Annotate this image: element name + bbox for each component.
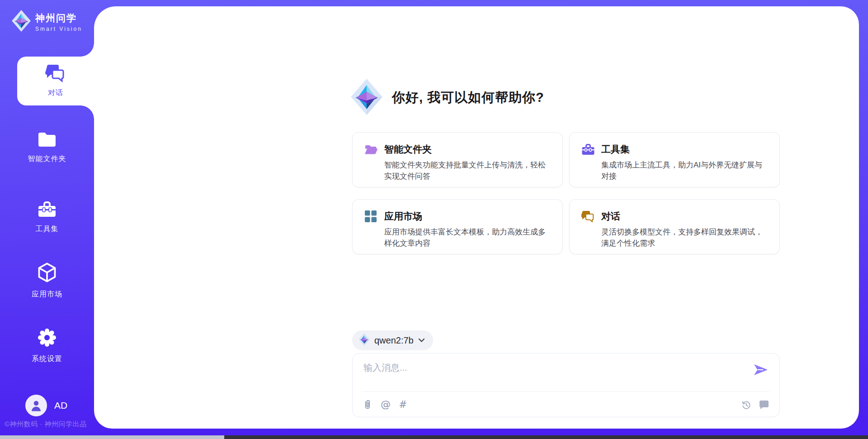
model-name: qwen2:7b (374, 335, 414, 346)
toolbox-icon (38, 200, 57, 220)
card-title: 应用市场 (384, 210, 551, 223)
sidebar-item-settings[interactable]: 系统设置 (0, 328, 94, 364)
sidebar-item-label: 系统设置 (32, 354, 62, 364)
brand-name: 神州问学 (35, 12, 82, 24)
chat-bubbles-icon (45, 65, 66, 85)
composer-divider (363, 391, 769, 392)
brand-subtitle: Smart Vision (35, 26, 82, 32)
sidebar-item-chat[interactable]: 对话 (17, 57, 94, 105)
horizontal-scrollbar[interactable] (0, 435, 868, 439)
hash-icon[interactable]: # (399, 400, 407, 410)
greeting-title: 你好, 我可以如何帮助你? (392, 89, 544, 107)
sidebar-item-label: 对话 (48, 88, 63, 98)
feature-cards: 智能文件夹 智能文件夹功能支持批量文件上传与清洗，轻松实现文件问答 工具集 集成… (352, 132, 780, 254)
sidebar-item-smart-folder[interactable]: 智能文件夹 (0, 131, 94, 164)
sidebar-item-label: 工具集 (36, 224, 59, 234)
card-title: 对话 (601, 210, 768, 223)
person-avatar-icon (25, 395, 47, 416)
send-arrow-icon[interactable] (753, 363, 769, 376)
sidebar-item-app-market[interactable]: 应用市场 (0, 262, 94, 299)
chevron-down-icon (418, 336, 425, 344)
chat-bubble-icon[interactable] (759, 400, 769, 410)
diamond-logo-icon (359, 333, 370, 348)
greeting: 你好, 我可以如何帮助你? (350, 79, 544, 117)
sidebar-item-toolset[interactable]: 工具集 (0, 200, 94, 234)
app-root: 神州问学 Smart Vision 对话 (0, 0, 868, 439)
chat-bubbles-icon (581, 210, 601, 223)
history-icon[interactable] (741, 400, 751, 410)
diamond-logo-icon (12, 10, 31, 33)
folder-icon (38, 131, 57, 149)
cube-icon (37, 262, 57, 285)
copyright-footer: ©神州数码 · 神州问学出品 (5, 420, 93, 429)
user-name: AD (54, 400, 67, 411)
toolbox-icon (581, 143, 601, 156)
card-description: 集成市场上主流工具，助力AI与外界无缝扩展与对接 (601, 159, 768, 187)
brand: 神州问学 Smart Vision (12, 10, 82, 33)
paperclip-icon[interactable] (363, 399, 373, 410)
sidebar: 神州问学 Smart Vision 对话 (0, 0, 94, 439)
card-chat[interactable]: 对话 灵活切换多模型文件，支持多样回复效果调试，满足个性化需求 (569, 199, 780, 254)
card-toolset[interactable]: 工具集 集成市场上主流工具，助力AI与外界无缝扩展与对接 (569, 132, 780, 187)
open-folder-icon (364, 143, 384, 156)
card-description: 应用市场提供丰富长文本模板，助力高效生成多样化文章内容 (384, 226, 551, 254)
scrollbar-thumb[interactable] (0, 435, 224, 439)
card-title: 智能文件夹 (384, 143, 551, 156)
message-composer[interactable]: 输入消息... @ # (352, 353, 780, 417)
gear-icon (37, 328, 57, 349)
at-sign-icon[interactable]: @ (381, 400, 391, 410)
message-input[interactable]: 输入消息... (363, 362, 407, 374)
sidebar-item-label: 应用市场 (32, 290, 62, 299)
user-account[interactable]: AD (25, 395, 67, 416)
main-panel: 你好, 我可以如何帮助你? 智能文件夹 智能文件夹功能支持批量文件上传与清洗，轻… (94, 6, 859, 429)
grid-icon (364, 210, 384, 223)
diamond-logo-icon (350, 79, 383, 117)
card-description: 灵活切换多模型文件，支持多样回复效果调试，满足个性化需求 (601, 226, 768, 254)
card-smart-folder[interactable]: 智能文件夹 智能文件夹功能支持批量文件上传与清洗，轻松实现文件问答 (352, 132, 563, 187)
card-app-market[interactable]: 应用市场 应用市场提供丰富长文本模板，助力高效生成多样化文章内容 (352, 199, 563, 254)
sidebar-item-label: 智能文件夹 (28, 154, 66, 164)
model-selector[interactable]: qwen2:7b (352, 330, 433, 350)
card-description: 智能文件夹功能支持批量文件上传与清洗，轻松实现文件问答 (384, 159, 551, 187)
card-title: 工具集 (601, 143, 768, 156)
